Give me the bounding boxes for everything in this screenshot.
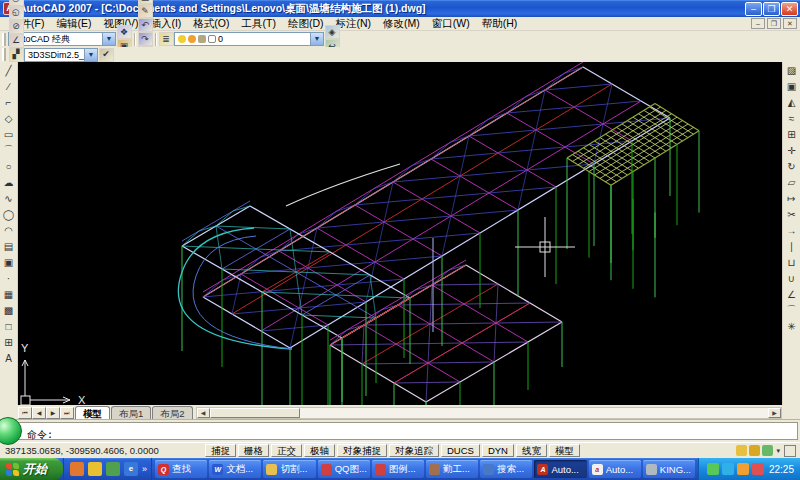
workspace-settings-icon[interactable]: ❖ bbox=[117, 25, 132, 39]
polyline-icon[interactable]: ⌐ bbox=[1, 95, 16, 110]
ellipse-arc-icon[interactable]: ◠ bbox=[1, 223, 16, 238]
taskbar-task-3[interactable]: QQ图... bbox=[318, 460, 370, 478]
explode-icon[interactable]: ✳ bbox=[784, 319, 799, 334]
taskbar-task-4[interactable]: 图例... bbox=[372, 460, 424, 478]
make-object-layer-icon[interactable]: ◈ bbox=[325, 25, 340, 39]
tab-模型[interactable]: 模型 bbox=[75, 406, 110, 419]
taskbar-task-7[interactable]: AAuto... bbox=[534, 460, 586, 478]
close-button[interactable]: ✕ bbox=[781, 2, 798, 16]
scale-icon[interactable]: ▱ bbox=[784, 175, 799, 190]
polygon-icon[interactable]: ◇ bbox=[1, 111, 16, 126]
menu-item-1[interactable]: 编辑(E) bbox=[50, 17, 97, 29]
status-menu-caret-icon[interactable]: ▾ bbox=[776, 447, 780, 455]
region-icon[interactable]: □ bbox=[1, 319, 16, 334]
toolbar-lock-icon[interactable] bbox=[749, 445, 760, 456]
status-toggle-正交[interactable]: 正交 bbox=[271, 444, 302, 457]
menu-item-8[interactable]: 修改(M) bbox=[377, 17, 426, 29]
taskbar-task-8[interactable]: aAuto... bbox=[589, 460, 641, 478]
communication-center-icon[interactable] bbox=[736, 445, 747, 456]
tab-nav-0-icon[interactable]: ⏮ bbox=[18, 407, 32, 419]
drawing-viewport[interactable]: YX bbox=[18, 62, 782, 405]
clean-screen-icon[interactable] bbox=[784, 445, 796, 457]
horizontal-scrollbar[interactable]: ◀ ▶ bbox=[196, 407, 782, 419]
status-toggle-DUCS[interactable]: DUCS bbox=[441, 444, 480, 457]
chevron-down-icon[interactable]: ▼ bbox=[310, 33, 323, 45]
status-toggle-DYN[interactable]: DYN bbox=[482, 444, 514, 457]
taskbar-task-0[interactable]: Q查找 bbox=[155, 460, 207, 478]
stretch-icon[interactable]: ↦ bbox=[784, 191, 799, 206]
workspace-combobox[interactable]: AutoCAD 经典 ▼ bbox=[8, 32, 116, 46]
quick-dim-icon[interactable]: ▞ bbox=[9, 48, 24, 62]
menu-item-9[interactable]: 窗口(W) bbox=[426, 17, 476, 29]
copy-object-icon[interactable]: ▣ bbox=[784, 79, 799, 94]
make-block-icon[interactable]: ▣ bbox=[1, 255, 16, 270]
gradient-icon[interactable]: ▩ bbox=[1, 303, 16, 318]
line-icon[interactable]: ╱ bbox=[1, 63, 16, 78]
tab-布局1[interactable]: 布局1 bbox=[111, 406, 151, 419]
taskbar-task-9[interactable]: KING... bbox=[643, 460, 695, 478]
start-button[interactable]: 开始 bbox=[0, 458, 63, 480]
trim-icon[interactable]: ✂ bbox=[784, 207, 799, 222]
undo-icon[interactable]: ↶ bbox=[138, 18, 153, 32]
construction-line-icon[interactable]: ∕ bbox=[1, 79, 16, 94]
tab-nav-2-icon[interactable]: ▶ bbox=[46, 407, 60, 419]
minimize-button[interactable]: – bbox=[745, 2, 762, 16]
menu-item-6[interactable]: 绘图(D) bbox=[282, 17, 330, 29]
menu-item-5[interactable]: 工具(T) bbox=[236, 17, 282, 29]
tray-qq-icon[interactable] bbox=[737, 463, 749, 475]
status-toggle-模型[interactable]: 模型 bbox=[549, 444, 580, 457]
validation-icon[interactable] bbox=[762, 445, 773, 456]
array-icon[interactable]: ⊞ bbox=[784, 127, 799, 142]
ellipse-icon[interactable]: ◯ bbox=[1, 207, 16, 222]
chevron-down-icon[interactable]: ▼ bbox=[102, 33, 115, 45]
taskbar-task-6[interactable]: 搜索... bbox=[480, 460, 532, 478]
scroll-right-icon[interactable]: ▶ bbox=[768, 408, 781, 418]
insert-block-icon[interactable]: ▤ bbox=[1, 239, 16, 254]
mdi-restore-icon[interactable]: ❐ bbox=[767, 18, 781, 29]
move-icon[interactable]: ✛ bbox=[784, 143, 799, 158]
status-toggle-对象捕捉[interactable]: 对象捕捉 bbox=[337, 444, 387, 457]
taskbar-task-2[interactable]: 切割... bbox=[263, 460, 315, 478]
chevron-down-icon[interactable]: ▼ bbox=[84, 49, 97, 61]
chamfer-icon[interactable]: ∠ bbox=[784, 287, 799, 302]
matchprop-icon[interactable]: ✎ bbox=[138, 4, 153, 18]
dim-style-icon[interactable]: ✔ bbox=[99, 48, 114, 62]
status-toggle-捕捉[interactable]: 捕捉 bbox=[205, 444, 236, 457]
layer-combobox[interactable]: 0 ▼ bbox=[174, 32, 324, 46]
redo-icon[interactable]: ↷ bbox=[138, 32, 153, 46]
quicklaunch-more-icon[interactable]: » bbox=[142, 464, 147, 474]
status-toggle-线宽[interactable]: 线宽 bbox=[516, 444, 547, 457]
status-toggle-对象追踪[interactable]: 对象追踪 bbox=[389, 444, 439, 457]
menu-item-10[interactable]: 帮助(H) bbox=[476, 17, 524, 29]
toolbar-grip[interactable] bbox=[2, 48, 6, 61]
restore-button[interactable]: ❐ bbox=[763, 2, 780, 16]
scroll-left-icon[interactable]: ◀ bbox=[197, 408, 210, 418]
scrollbar-thumb[interactable] bbox=[210, 408, 300, 418]
taskbar-task-1[interactable]: W文档... bbox=[209, 460, 261, 478]
mdi-close-icon[interactable]: ✕ bbox=[783, 18, 797, 29]
join-icon[interactable]: ∪ bbox=[784, 271, 799, 286]
quicklaunch-grid-icon[interactable] bbox=[70, 462, 84, 476]
mirror-icon[interactable]: ◭ bbox=[784, 95, 799, 110]
menu-item-4[interactable]: 格式(O) bbox=[187, 17, 235, 29]
hatch-icon[interactable]: ▦ bbox=[1, 287, 16, 302]
break-icon[interactable]: ⊔ bbox=[784, 255, 799, 270]
quicklaunch-browser-icon[interactable]: e bbox=[124, 462, 138, 476]
tab-布局2[interactable]: 布局2 bbox=[152, 406, 192, 419]
status-toggle-极轴[interactable]: 极轴 bbox=[304, 444, 335, 457]
offset-icon[interactable]: ≈ bbox=[784, 111, 799, 126]
arc-icon[interactable]: ⌒ bbox=[1, 143, 16, 158]
toolbar-grip[interactable] bbox=[2, 33, 6, 46]
circle-icon[interactable]: ○ bbox=[1, 159, 16, 174]
point-icon[interactable]: · bbox=[1, 271, 16, 286]
dim-angular-icon[interactable]: ∠ bbox=[9, 34, 24, 48]
quicklaunch-media-icon[interactable] bbox=[88, 462, 102, 476]
spline-icon[interactable]: ∿ bbox=[1, 191, 16, 206]
layer-properties-icon[interactable]: ≣ bbox=[159, 32, 174, 46]
taskbar-task-5[interactable]: 勤工... bbox=[426, 460, 478, 478]
mtext-icon[interactable]: A bbox=[1, 351, 16, 366]
table-icon[interactable]: ⊞ bbox=[1, 335, 16, 350]
revcloud-icon[interactable]: ☁ bbox=[1, 175, 16, 190]
status-toggle-栅格[interactable]: 栅格 bbox=[238, 444, 269, 457]
extend-icon[interactable]: → bbox=[784, 223, 799, 238]
